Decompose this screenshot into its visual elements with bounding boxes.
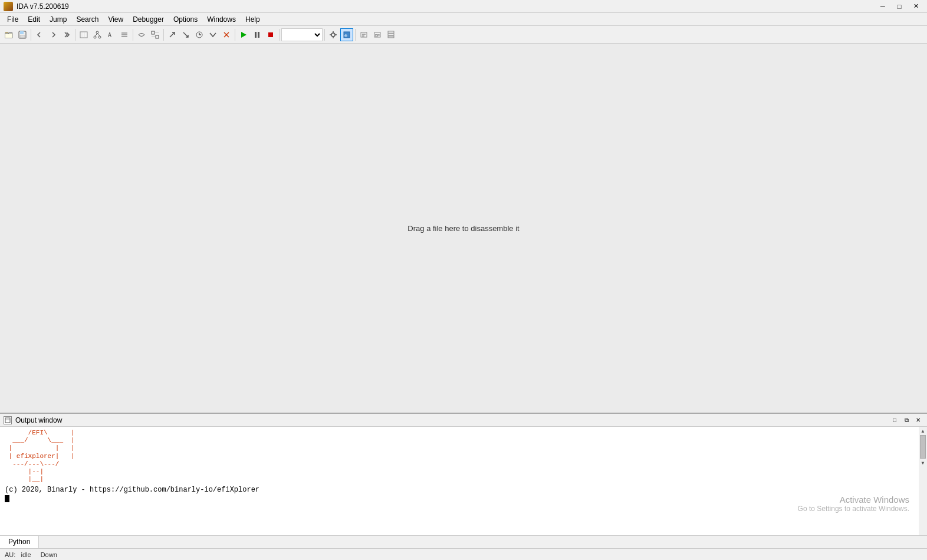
menu-edit[interactable]: Edit: [23, 13, 45, 25]
tb-xref-button[interactable]: [149, 28, 162, 41]
svg-rect-30: [268, 32, 273, 37]
tb-stack-button[interactable]: [384, 28, 397, 41]
scroll-down-arrow[interactable]: ▼: [919, 459, 927, 467]
menu-help[interactable]: Help: [241, 13, 265, 25]
toolbar-separator-7: [324, 29, 325, 41]
tb-jump-button[interactable]: [166, 28, 179, 41]
tb-debug-cfg-button[interactable]: [327, 28, 340, 41]
tb-jump3-button[interactable]: [193, 28, 206, 41]
tb-breakpoint-button[interactable]: [357, 28, 370, 41]
tb-run-button[interactable]: [237, 28, 250, 41]
drop-hint: Drag a file here to disassemble it: [407, 224, 519, 233]
toolbar-separator-6: [279, 29, 280, 41]
output-header-left: Output window: [4, 416, 62, 424]
svg-point-9: [96, 31, 98, 34]
output-cursor-line: [5, 494, 916, 496]
tb-active-button[interactable]: ⊕: [340, 28, 353, 41]
menu-search[interactable]: Search: [71, 13, 103, 25]
output-close-button[interactable]: ✕: [913, 415, 923, 426]
tb-list-button[interactable]: [118, 28, 131, 41]
tb-jump4-button[interactable]: [206, 28, 219, 41]
app-icon: [4, 2, 13, 11]
tb-forward2-button[interactable]: [60, 28, 73, 41]
output-panel: Output window □ ⧉ ✕ /EFI\ | ___/ \___ | …: [0, 413, 927, 548]
output-content[interactable]: /EFI\ | ___/ \___ | | | | | efiXplorer| …: [0, 427, 927, 535]
output-header: Output window □ ⧉ ✕: [0, 414, 927, 427]
tb-back-button[interactable]: [33, 28, 46, 41]
tb-hex-button[interactable]: [77, 28, 90, 41]
svg-rect-44: [388, 36, 394, 38]
output-icon: [4, 416, 12, 424]
toolbar-separator-4: [163, 29, 164, 41]
svg-rect-6: [80, 32, 87, 38]
output-restore-button[interactable]: ⧉: [901, 415, 912, 426]
svg-rect-18: [152, 31, 154, 34]
status-au: AU: idle: [5, 551, 31, 558]
output-header-controls: □ ⧉ ✕: [889, 415, 923, 426]
tb-open-button[interactable]: [2, 28, 15, 41]
tb-forward-button[interactable]: [47, 28, 60, 41]
svg-rect-5: [20, 35, 25, 38]
svg-rect-46: [388, 31, 394, 33]
tb-crossref-button[interactable]: [135, 28, 148, 41]
minimize-button[interactable]: ─: [875, 1, 890, 12]
tb-debug-select[interactable]: [281, 28, 323, 41]
tb-cancel-button[interactable]: [220, 28, 233, 41]
title-text: IDA v7.5.200619: [17, 2, 69, 11]
tb-save-button[interactable]: [16, 28, 29, 41]
svg-line-13: [97, 34, 100, 36]
toolbar-separator-3: [133, 29, 133, 41]
toolbar-separator-8: [355, 29, 356, 41]
output-title: Output window: [15, 416, 62, 424]
svg-rect-29: [258, 32, 259, 38]
output-maximize-button[interactable]: □: [889, 415, 900, 426]
menu-file[interactable]: File: [2, 13, 23, 25]
status-down: Down: [41, 551, 57, 558]
tb-text-button[interactable]: A: [104, 28, 117, 41]
status-bar: AU: idle Down: [0, 548, 927, 560]
scroll-thumb[interactable]: [920, 435, 926, 459]
tb-jump2-button[interactable]: [179, 28, 192, 41]
menu-options[interactable]: Options: [169, 13, 202, 25]
menu-bar: File Edit Jump Search View Debugger Opti…: [0, 13, 927, 26]
menu-view[interactable]: View: [103, 13, 128, 25]
main-area[interactable]: Drag a file here to disassemble it: [0, 44, 927, 413]
toolbar-separator-2: [75, 29, 75, 41]
title-bar: IDA v7.5.200619 ─ □ ✕: [0, 0, 927, 13]
svg-rect-38: [361, 32, 367, 37]
svg-point-10: [94, 36, 96, 38]
tab-python[interactable]: Python: [0, 536, 39, 549]
svg-rect-28: [255, 32, 257, 38]
scroll-up-arrow[interactable]: ▲: [919, 427, 927, 435]
svg-rect-4: [20, 31, 24, 34]
svg-rect-47: [5, 418, 10, 423]
svg-point-11: [98, 36, 101, 38]
svg-marker-27: [241, 32, 246, 38]
ascii-art: /EFI\ | ___/ \___ | | | | | efiXplorer| …: [5, 429, 916, 483]
output-credit: (c) 2020, Binarly - https://github.com/b…: [5, 486, 916, 494]
output-scrollbar[interactable]: ▲ ▼: [919, 427, 927, 535]
toolbar-separator-5: [235, 29, 235, 41]
output-tab-bar: Python: [0, 535, 927, 548]
menu-windows[interactable]: Windows: [202, 13, 241, 25]
svg-text:BP: BP: [375, 34, 380, 37]
title-bar-controls: ─ □ ✕: [875, 1, 923, 12]
menu-debugger[interactable]: Debugger: [128, 13, 169, 25]
toolbar: A ⊕ BP: [0, 26, 927, 44]
tb-watch-button[interactable]: BP: [371, 28, 384, 41]
title-bar-left: IDA v7.5.200619: [4, 2, 69, 11]
maximize-button[interactable]: □: [892, 1, 907, 12]
svg-text:⊕: ⊕: [344, 33, 347, 38]
svg-rect-19: [156, 35, 159, 38]
close-button[interactable]: ✕: [908, 1, 923, 12]
svg-line-12: [95, 34, 97, 36]
tb-graph-button[interactable]: [91, 28, 104, 41]
svg-rect-45: [388, 34, 394, 35]
toolbar-separator-1: [31, 29, 31, 41]
menu-jump[interactable]: Jump: [45, 13, 71, 25]
tb-pause-button[interactable]: [251, 28, 264, 41]
svg-text:A: A: [108, 32, 111, 38]
svg-point-31: [331, 33, 335, 37]
tb-stop-button[interactable]: [264, 28, 277, 41]
